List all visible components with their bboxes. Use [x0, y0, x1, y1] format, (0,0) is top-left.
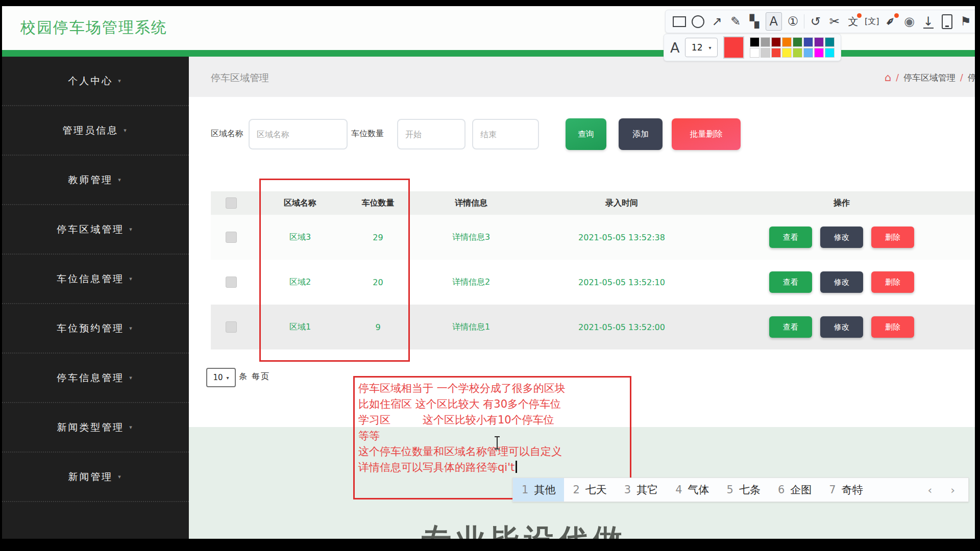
sidebar-item-news-type-mgmt[interactable]: 新闻类型管理 ▾	[0, 403, 189, 453]
text-icon: A	[770, 14, 778, 29]
current-color-swatch[interactable]	[723, 36, 744, 59]
view-button[interactable]: 查看	[769, 316, 812, 338]
sidebar-item-label: 管理员信息	[62, 124, 118, 137]
note-line: 比如住宿区 这个区比较大 有30多个停车位	[358, 396, 626, 412]
arrow-icon: ↗	[712, 14, 722, 29]
sidebar-item-space-info-mgmt[interactable]: 车位信息管理 ▾	[0, 255, 189, 304]
row-checkbox[interactable]	[226, 232, 237, 243]
chevron-down-icon: ▾	[124, 127, 127, 134]
home-icon[interactable]: ⌂	[885, 71, 891, 84]
delete-button[interactable]: 删除	[871, 227, 914, 248]
page-size-select[interactable]: 10 ▾	[206, 368, 236, 387]
letterbox-right	[975, 0, 980, 551]
sidebar-item-label: 停车信息管理	[57, 371, 124, 385]
palette-color-3[interactable]	[782, 37, 792, 47]
rectangle-icon	[673, 16, 686, 27]
ime-candidate[interactable]: 1 其他	[513, 478, 564, 502]
breadcrumb-item[interactable]: 停车区域管理	[968, 72, 975, 84]
sidebar-item-news-mgmt[interactable]: 新闻管理 ▾	[0, 453, 189, 502]
edit-button[interactable]: 修改	[820, 227, 863, 248]
ime-prev-icon[interactable]: ‹	[927, 484, 932, 496]
palette-color-13[interactable]	[803, 48, 813, 58]
sidebar-item-space-booking-mgmt[interactable]: 车位预约管理 ▾	[0, 304, 189, 354]
palette-color-11[interactable]	[782, 48, 792, 58]
palette-color-7[interactable]	[825, 37, 835, 47]
ellipse-icon	[692, 15, 704, 28]
sidebar-item-personal-center[interactable]: 个人中心 ▾	[0, 57, 189, 106]
rectangle-tool-button[interactable]	[672, 13, 687, 30]
palette-color-5[interactable]	[803, 37, 813, 47]
flag-button[interactable]: ⚑	[958, 13, 973, 30]
palette-color-2[interactable]	[771, 37, 781, 47]
undo-button[interactable]: ↺	[808, 13, 823, 30]
sidebar-item-teacher-mgmt[interactable]: 教师管理 ▾	[0, 156, 189, 205]
count-start-input[interactable]	[397, 119, 465, 149]
text-tool-button[interactable]: A	[766, 12, 782, 31]
palette-color-14[interactable]	[814, 48, 824, 58]
batch-delete-button[interactable]: 批量删除	[672, 118, 741, 150]
sidebar-item-label: 车位预约管理	[57, 322, 124, 335]
letterbox-bottom	[0, 539, 980, 551]
region-name-input[interactable]	[249, 119, 348, 149]
palette-color-4[interactable]	[793, 37, 802, 47]
note-line: 这个停车位数量和区域名称管理可以自定义	[358, 444, 626, 460]
select-all-checkbox[interactable]	[226, 197, 237, 209]
search-button[interactable]: 查询	[566, 118, 606, 150]
device-button[interactable]	[939, 13, 954, 30]
mosaic-tool-button[interactable]: ▚	[747, 13, 762, 30]
ocr-button[interactable]: [文]	[864, 13, 879, 30]
delete-button[interactable]: 删除	[871, 271, 914, 293]
ime-next-icon[interactable]: ›	[950, 484, 955, 496]
pencil-tool-button[interactable]: ✎	[728, 13, 743, 30]
annotation-note[interactable]: 停车区域相当于 一个学校分成了很多的区块 比如住宿区 这个区比较大 有30多个停…	[358, 381, 626, 475]
palette-color-10[interactable]	[771, 48, 781, 58]
page-title: 停车区域管理	[211, 71, 269, 85]
palette-color-8[interactable]	[750, 48, 760, 58]
ime-candidate-bar: 1 其他 2 七天 3 其它 4 气体 5 七条 6 企图 7 奇特 ‹ ›	[512, 478, 969, 502]
arrow-tool-button[interactable]: ↗	[709, 13, 725, 30]
breadcrumb-item[interactable]: 停车区域管理	[903, 72, 955, 84]
sidebar-item-parking-info-mgmt[interactable]: 停车信息管理 ▾	[0, 354, 189, 403]
breadcrumb: ⌂ / 停车区域管理 / 停车区域管理	[885, 70, 975, 85]
edit-button[interactable]: 修改	[820, 271, 863, 293]
ime-candidate[interactable]: 5 七条	[718, 478, 769, 502]
font-size-select[interactable]: 12 ▾	[685, 38, 717, 57]
cut-button[interactable]: ✂	[827, 13, 842, 30]
ime-candidate[interactable]: 4 气体	[667, 478, 718, 502]
cell-time: 2021-05-05 13:52:10	[535, 278, 708, 287]
palette-color-1[interactable]	[761, 37, 770, 47]
palette-color-0[interactable]	[750, 37, 760, 47]
ime-candidate[interactable]: 6 企图	[769, 478, 820, 502]
flag-icon: ⚑	[960, 14, 971, 29]
add-button[interactable]: 添加	[619, 118, 663, 150]
palette-color-15[interactable]	[825, 48, 835, 58]
ellipse-tool-button[interactable]	[691, 13, 706, 30]
pin-button[interactable]: ✒	[883, 13, 898, 30]
ime-candidate[interactable]: 2 七天	[564, 478, 615, 502]
palette-color-9[interactable]	[761, 48, 770, 58]
chevron-down-icon: ▾	[129, 424, 132, 431]
view-button[interactable]: 查看	[769, 271, 812, 293]
save-button[interactable]: ↓	[921, 13, 936, 30]
row-checkbox[interactable]	[226, 277, 237, 288]
count-end-input[interactable]	[472, 119, 539, 149]
translate-button[interactable]: 文	[846, 13, 861, 30]
cell-time: 2021-05-05 13:52:00	[535, 322, 708, 332]
row-checkbox[interactable]	[226, 321, 237, 333]
sidebar-item-label: 个人中心	[68, 74, 113, 88]
palette-color-12[interactable]	[793, 48, 802, 58]
palette-color-6[interactable]	[814, 37, 824, 47]
view-button[interactable]: 查看	[769, 227, 812, 248]
delete-button[interactable]: 删除	[871, 316, 914, 338]
column-header: 详情信息	[407, 198, 535, 209]
record-button[interactable]: ◉	[902, 13, 917, 30]
font-size-value: 12	[692, 42, 703, 53]
ime-candidate[interactable]: 3 其它	[616, 478, 667, 502]
counter-tool-button[interactable]: ①	[786, 13, 801, 30]
edit-button[interactable]: 修改	[820, 316, 863, 338]
sidebar-item-label: 新闻类型管理	[57, 421, 124, 434]
chevron-down-icon: ▾	[118, 78, 121, 84]
ime-candidate[interactable]: 7 奇特	[820, 478, 871, 502]
sidebar-item-parking-area-mgmt[interactable]: 停车区域管理 ▾	[0, 205, 189, 255]
sidebar-item-admin-info[interactable]: 管理员信息 ▾	[0, 106, 189, 156]
